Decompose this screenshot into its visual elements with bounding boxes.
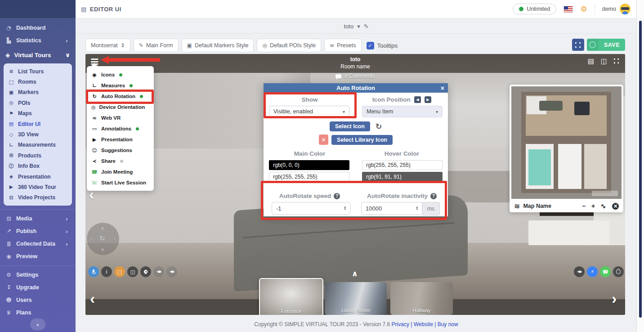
viewer-action-button-announce-1[interactable] (153, 266, 164, 277)
sidebar-subitem[interactable]: ∟ Measurements (4, 140, 72, 150)
help-icon[interactable]: ? (430, 193, 437, 199)
context-menu-item[interactable]: ▶ Presentation (87, 134, 154, 145)
sidebar-subitem[interactable]: ▣ Markers (4, 87, 72, 98)
floorplan-image[interactable] (511, 86, 622, 199)
viewer-action-button-products[interactable]: □ (114, 266, 125, 277)
room-thumbnail[interactable]: Living Room (325, 282, 387, 315)
main-form-button[interactable]: ✎ Main Form (134, 39, 179, 52)
sidebar-item-virtual-tours[interactable]: ◈ Virtual Tours ∨ (0, 48, 76, 62)
select-icon-button[interactable]: Select Icon (330, 121, 370, 131)
footer-link[interactable]: Website (414, 321, 433, 328)
context-menu-item[interactable]: ☺ Suggestions (87, 145, 154, 156)
sidebar-item[interactable]: ⚙ Settings (0, 269, 76, 281)
sidebar-item[interactable]: ⊡ Media › (0, 212, 76, 225)
tooltips-checkbox[interactable]: ✓ (367, 42, 374, 49)
viewer-action-button-info[interactable]: i (101, 266, 112, 277)
sidebar-subitem[interactable]: ◈ Presentation (4, 171, 72, 182)
remove-icon-button[interactable]: × (319, 135, 328, 145)
footer-link[interactable]: Buy now (438, 321, 458, 328)
context-menu-item[interactable]: ◉ Icons (87, 69, 154, 80)
viewer-action-button-messenger[interactable]: ⚡ (587, 266, 598, 277)
context-menu-item[interactable]: ≺ Share (87, 156, 154, 166)
thumbs-prev-chevron[interactable]: ‹ (90, 292, 95, 305)
context-menu-item[interactable]: ↻ Auto Rotation (87, 91, 154, 102)
autorotate-inactivity-input[interactable]: 10000 ▴▾ (361, 202, 422, 215)
page-scrollbar[interactable] (636, 0, 644, 332)
settings-gear-icon[interactable]: ⚙ (580, 4, 587, 13)
layers-icon[interactable]: ≋ (514, 202, 520, 211)
caret-down-icon[interactable]: ▾ (357, 23, 360, 30)
save-button[interactable]: SAVE (587, 39, 625, 51)
sidebar-subitem[interactable]: ⊟ Video Projects (4, 193, 72, 203)
room-thumbnail[interactable]: Entrance (259, 278, 323, 315)
refresh-icon[interactable]: ↻ (376, 122, 382, 131)
context-menu-item[interactable]: ◎ Device Orientation (87, 102, 154, 112)
scrollbar-thumb[interactable] (639, 21, 642, 318)
sidebar-subitem[interactable]: ▶ 360 Video Tour (4, 182, 72, 192)
hover-color-swatch-gray[interactable]: rgb(91, 91, 91) (362, 172, 443, 182)
sidebar-subitem[interactable]: □ Rooms (4, 76, 72, 87)
sidebar-item[interactable]: ↗ Publish › (0, 225, 76, 238)
show-select[interactable]: Visible, enabled ▾ (269, 106, 349, 117)
room-thumbnail[interactable]: Hallway (390, 282, 453, 315)
zoom-out-icon[interactable]: − (582, 202, 586, 210)
pan-dpad[interactable]: ∧ ∨ ‹ › ↻ (87, 223, 119, 255)
dpad-right-icon[interactable]: › (114, 236, 116, 242)
viewer-action-button-pano-drop[interactable] (613, 266, 624, 277)
font-select[interactable]: Montserrat ⇕ (85, 39, 130, 52)
presets-button[interactable]: ≡ Presets (324, 39, 361, 52)
help-icon[interactable]: ? (334, 193, 340, 199)
edit-tour-icon[interactable]: ✎ (364, 23, 369, 30)
stepper-icon[interactable]: ▴▾ (344, 206, 346, 211)
context-menu-item[interactable]: ∞ Web VR (87, 112, 154, 123)
position-left-button[interactable]: ◀ (414, 96, 421, 103)
sidebar-subitem[interactable]: ⚑ Maps (4, 108, 72, 119)
dpad-up-icon[interactable]: ∧ (101, 225, 104, 231)
expand-icon[interactable]: ↔ (599, 202, 608, 211)
language-flag-icon[interactable] (564, 6, 573, 13)
viewer-action-button-location[interactable] (140, 266, 151, 277)
dpad-down-icon[interactable]: ∨ (101, 247, 104, 252)
tour-name[interactable]: toto (344, 23, 353, 30)
sidebar-item[interactable]: ◔ Dashboard (0, 22, 76, 34)
close-icon[interactable]: × (441, 83, 444, 93)
position-right-button[interactable]: ▶ (425, 96, 431, 103)
user-menu[interactable]: demo (602, 4, 631, 14)
comments-row[interactable]: # Comments (85, 73, 625, 79)
context-menu-item[interactable]: ☏ Start Live Session (87, 177, 154, 188)
sidebar-subitem[interactable]: ⓘ Info Box (4, 161, 72, 171)
thumbs-collapse-chevron[interactable]: ∧ (352, 269, 358, 278)
viewer-fullscreen-icon[interactable] (614, 58, 619, 63)
fullscreen-button[interactable] (572, 39, 584, 51)
sidebar-collapse-button[interactable]: ‹ (30, 319, 45, 330)
sidebar-subitem[interactable]: ◇ 3D View (4, 129, 72, 139)
default-pois-style-button[interactable]: ◎ Default POIs Style (257, 39, 321, 52)
dpad-rotate-icon[interactable]: ↻ (99, 234, 105, 242)
stepper-icon[interactable]: ▴▾ (416, 206, 418, 211)
thumbs-next-chevron[interactable]: › (612, 292, 617, 305)
select-library-icon-button[interactable]: Select Library Icon (331, 135, 393, 145)
viewer-action-button-announce-2[interactable] (166, 266, 177, 277)
viewer-action-button-microphone[interactable] (88, 266, 99, 277)
gallery-icon[interactable]: ◫ (601, 57, 607, 65)
main-color-swatch-black[interactable]: rgb(0, 0, 0) (269, 160, 349, 170)
viewer-action-button-gallery[interactable]: ◫ (127, 266, 138, 277)
map-icon[interactable]: ▤ (588, 57, 594, 65)
hover-color-swatch-white[interactable]: rgb(255, 255, 255) (362, 160, 443, 170)
sidebar-item[interactable]: ◉ Preview (0, 250, 76, 263)
viewer-action-button-whatsapp[interactable]: ☎ (600, 266, 611, 277)
sidebar-item[interactable]: ▙ Statistics › (0, 34, 76, 47)
sidebar-subitem[interactable]: ⊞ Products (4, 150, 72, 161)
sidebar-subitem[interactable]: ▤ Editor UI (4, 119, 72, 129)
sidebar-item[interactable]: ≣ Collected Data › (0, 238, 76, 250)
zoom-in-icon[interactable]: + (591, 202, 595, 210)
sidebar-subitem[interactable]: ≡ List Tours (4, 66, 72, 76)
dpad-left-icon[interactable]: ‹ (90, 236, 92, 242)
icon-position-select[interactable]: Menu Item ▾ (362, 106, 443, 117)
viewer-action-button-announce[interactable] (574, 266, 585, 277)
context-menu-item[interactable]: ▭ Annotations (87, 123, 154, 134)
modal-header[interactable]: Auto Rotation × (264, 83, 448, 93)
sidebar-item[interactable]: ☻ Users (0, 294, 76, 306)
main-color-swatch-white[interactable]: rgb(255, 255, 255) (269, 172, 349, 182)
panorama-viewer[interactable]: toto Room name # Comments ≡ ▤ ◫ ◉ Icons … (85, 54, 625, 315)
